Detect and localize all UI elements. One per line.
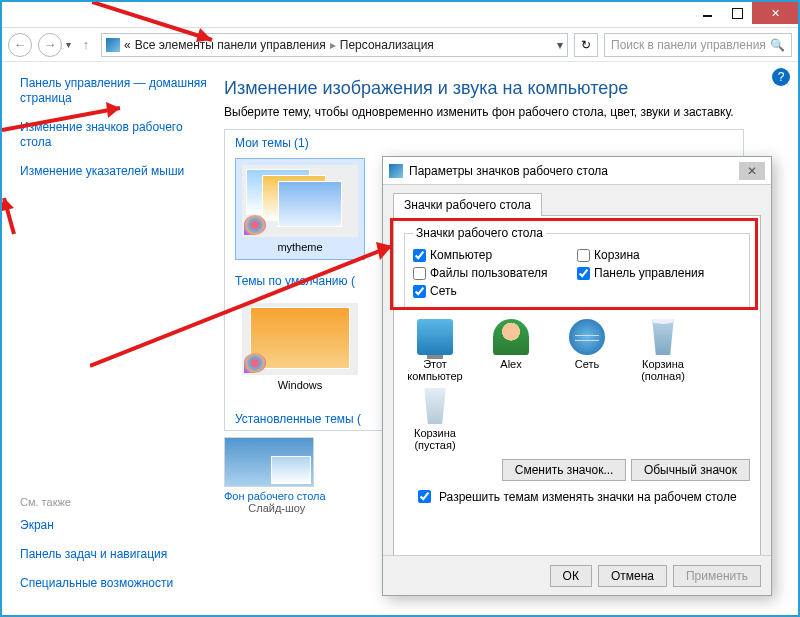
sidebar-link-screen[interactable]: Экран: [20, 518, 210, 533]
history-dropdown[interactable]: ▾: [66, 39, 71, 50]
dialog-title: Параметры значков рабочего стола: [409, 164, 608, 178]
checkbox-bin[interactable]: Корзина: [577, 246, 741, 264]
checkbox-network[interactable]: Сеть: [413, 282, 577, 300]
dialog-titlebar[interactable]: Параметры значков рабочего стола ✕: [383, 157, 771, 185]
section-my-themes[interactable]: Мои темы (1): [225, 130, 743, 154]
icon-cell-network[interactable]: Сеть: [556, 319, 618, 382]
theme-item-windows[interactable]: Windows: [235, 296, 365, 398]
sidebar-link-taskbar[interactable]: Панель задач и навигация: [20, 547, 210, 562]
slideshow-label: Слайд-шоу: [228, 502, 326, 514]
see-also-label: См. также: [20, 496, 210, 508]
sidebar: Панель управления — домашняя страница Из…: [2, 62, 220, 615]
sidebar-link-pointers[interactable]: Изменение указателей мыши: [20, 164, 210, 179]
minimize-button[interactable]: [692, 2, 722, 24]
default-icon-button[interactable]: Обычный значок: [631, 459, 750, 481]
desktop-icons-dialog: Параметры значков рабочего стола ✕ Значк…: [382, 156, 772, 596]
theme-label: mytheme: [277, 241, 322, 253]
refresh-button[interactable]: ↻: [574, 33, 598, 57]
apply-button[interactable]: Применить: [673, 565, 761, 587]
desktop-background-link[interactable]: Фон рабочего стола: [224, 490, 326, 502]
address-bar[interactable]: « Все элементы панели управления ▸ Персо…: [101, 33, 568, 57]
help-icon[interactable]: ?: [772, 68, 790, 86]
icon-cell-user[interactable]: Alex: [480, 319, 542, 382]
address-root[interactable]: Все элементы панели управления: [135, 38, 326, 52]
tab-desktop-icons[interactable]: Значки рабочего стола: [393, 193, 542, 216]
change-icon-button[interactable]: Сменить значок...: [502, 459, 627, 481]
ok-button[interactable]: ОК: [550, 565, 592, 587]
recycle-bin-full-icon: [645, 319, 681, 355]
icon-cell-bin-empty[interactable]: Корзина (пустая): [404, 388, 466, 451]
fieldset-legend: Значки рабочего стола: [413, 226, 546, 240]
address-current[interactable]: Персонализация: [340, 38, 434, 52]
control-panel-icon: [106, 38, 120, 52]
search-input[interactable]: Поиск в панели управления 🔍: [604, 33, 792, 57]
recycle-bin-empty-icon: [417, 388, 453, 424]
user-icon: [493, 319, 529, 355]
dialog-icon: [389, 164, 403, 178]
address-chevron: «: [124, 38, 131, 52]
computer-icon: [417, 319, 453, 355]
page-title: Изменение изображения и звука на компьют…: [224, 78, 782, 99]
cancel-button[interactable]: Отмена: [598, 565, 667, 587]
search-placeholder: Поиск в панели управления: [611, 38, 766, 52]
maximize-button[interactable]: [722, 2, 752, 24]
page-subtitle: Выберите тему, чтобы одновременно измени…: [224, 105, 782, 119]
checkbox-userfiles[interactable]: Файлы пользователя: [413, 264, 577, 282]
desktop-icons-fieldset: Значки рабочего стола Компьютер Корзина …: [404, 226, 750, 309]
icon-cell-computer[interactable]: Этот компьютер: [404, 319, 466, 382]
icon-cell-bin-full[interactable]: Корзина (полная): [632, 319, 694, 382]
checkbox-controlpanel[interactable]: Панель управления: [577, 264, 741, 282]
back-button[interactable]: ←: [8, 33, 32, 57]
sidebar-link-desktop-icons[interactable]: Изменение значков рабочего стола: [20, 120, 210, 150]
toolbar: ← → ▾ ↑ « Все элементы панели управления…: [2, 28, 798, 62]
theme-label: Windows: [278, 379, 323, 391]
dialog-footer: ОК Отмена Применить: [383, 555, 771, 595]
dialog-close-button[interactable]: ✕: [739, 162, 765, 180]
icon-preview-grid: Этот компьютер Alex Сеть Корзина (полная…: [404, 309, 750, 455]
sidebar-link-accessibility[interactable]: Специальные возможности: [20, 576, 210, 591]
forward-button[interactable]: →: [38, 33, 62, 57]
allow-themes-checkbox[interactable]: [418, 490, 431, 503]
allow-themes-label: Разрешить темам изменять значки на рабоч…: [439, 490, 737, 504]
checkbox-computer[interactable]: Компьютер: [413, 246, 577, 264]
tab-panel: Значки рабочего стола Компьютер Корзина …: [393, 215, 761, 559]
desktop-background-thumb[interactable]: [224, 437, 314, 487]
window-titlebar: ✕: [2, 2, 798, 28]
close-button[interactable]: ✕: [752, 2, 798, 24]
search-icon: 🔍: [770, 38, 785, 52]
theme-item-mytheme[interactable]: mytheme: [235, 158, 365, 260]
network-icon: [569, 319, 605, 355]
breadcrumb-separator-icon: ▸: [330, 38, 336, 52]
up-button[interactable]: ↑: [77, 33, 95, 57]
sidebar-link-home[interactable]: Панель управления — домашняя страница: [20, 76, 210, 106]
